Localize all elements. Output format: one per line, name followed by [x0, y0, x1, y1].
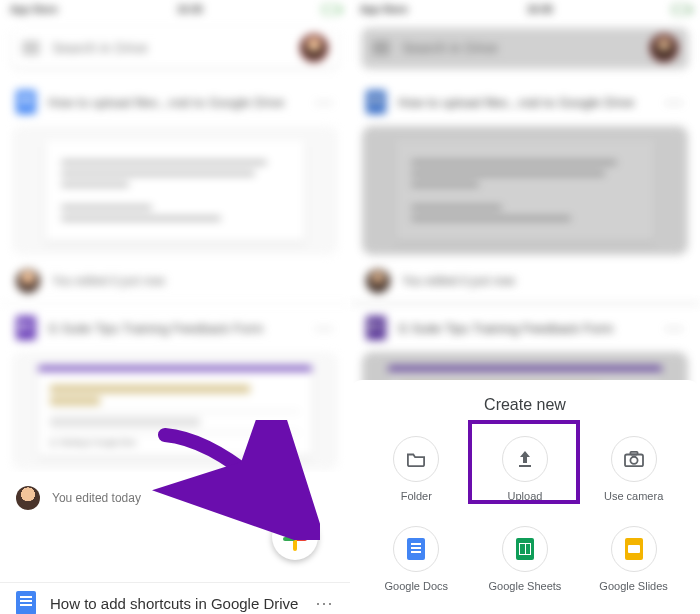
file-preview[interactable]	[12, 126, 338, 255]
create-sheet: Create new Folder Upload Use camera Goog…	[350, 380, 700, 614]
sheet-item-folder[interactable]: Folder	[362, 426, 471, 516]
edited-row: You edited it just now	[350, 263, 700, 303]
sheet-item-camera[interactable]: Use camera	[579, 426, 688, 516]
more-icon[interactable]: ⋯	[315, 91, 334, 113]
sheet-label: Use camera	[604, 490, 663, 502]
sheet-label: Google Docs	[385, 580, 449, 592]
plus-icon	[285, 527, 305, 547]
svg-rect-9	[630, 452, 637, 455]
editor-avatar	[16, 269, 40, 293]
file-title: How to upload files...roid to Google Dri…	[48, 95, 303, 110]
status-time: 16:30	[527, 4, 553, 15]
docs-icon	[16, 90, 36, 114]
status-right	[322, 5, 340, 14]
search-bar[interactable]: Search in Drive	[12, 28, 338, 68]
annotation-highlight	[468, 420, 580, 504]
google-docs-icon	[407, 538, 425, 560]
search-placeholder: Search in Drive	[52, 40, 288, 56]
edited-row: You edited today	[0, 472, 350, 520]
editor-avatar	[16, 486, 40, 510]
left-foreground: You edited today How to add shortcuts in…	[0, 472, 350, 614]
search-placeholder: Search in Drive	[402, 40, 638, 56]
create-fab[interactable]	[272, 514, 318, 560]
file-row[interactable]: How to upload files...roid to Google Dri…	[0, 78, 350, 126]
sheet-item-docs[interactable]: Google Docs	[362, 516, 471, 606]
google-slides-icon	[625, 538, 643, 560]
status-left: App Store	[360, 4, 408, 15]
svg-point-8	[630, 457, 637, 464]
forms-icon	[366, 316, 386, 340]
file-title: How to add shortcuts in Google Drive	[50, 595, 301, 612]
more-icon[interactable]: ⋯	[315, 317, 334, 339]
edited-text: You edited today	[52, 491, 141, 505]
file-row[interactable]: G Suite Tips Training Feedback Form ⋯	[0, 304, 350, 352]
edited-text: You edited it just now	[52, 274, 165, 288]
edited-row: You edited it just now	[0, 263, 350, 303]
status-left: App Store	[10, 4, 58, 15]
docs-icon	[366, 90, 386, 114]
camera-icon	[611, 436, 657, 482]
google-sheets-icon	[516, 538, 534, 560]
right-screenshot: App Store 16:30 Search in Drive How to u…	[350, 0, 700, 614]
profile-avatar	[650, 34, 678, 62]
sheet-label: Folder	[401, 490, 432, 502]
file-title: G Suite Tips Training Feedback Form	[48, 321, 303, 336]
docs-icon	[16, 591, 36, 614]
menu-icon[interactable]	[22, 42, 40, 54]
file-preview[interactable]: Working in Google Drive	[12, 352, 338, 470]
more-icon[interactable]: ⋯	[315, 592, 334, 614]
menu-icon	[372, 42, 390, 54]
left-screenshot: App Store 16:30 Search in Drive How to u…	[0, 0, 350, 614]
file-preview	[362, 126, 688, 255]
file-row[interactable]: How to add shortcuts in Google Drive ⋯	[0, 582, 350, 614]
form-footer: Working in Google Drive	[60, 439, 136, 446]
sheet-title: Create new	[362, 396, 688, 414]
sheet-label: Google Sheets	[489, 580, 562, 592]
profile-avatar[interactable]	[300, 34, 328, 62]
file-row: How to upload files...roid to Google Dri…	[350, 78, 700, 126]
sheet-label: Google Slides	[599, 580, 668, 592]
forms-icon	[16, 316, 36, 340]
search-bar: Search in Drive	[362, 28, 688, 68]
status-time: 16:30	[177, 4, 203, 15]
file-row: G Suite Tips Training Feedback Form ⋯	[350, 304, 700, 352]
sheet-item-sheets[interactable]: Google Sheets	[471, 516, 580, 606]
sheet-item-slides[interactable]: Google Slides	[579, 516, 688, 606]
status-bar: App Store 16:30	[0, 0, 350, 18]
status-bar: App Store 16:30	[350, 0, 700, 18]
